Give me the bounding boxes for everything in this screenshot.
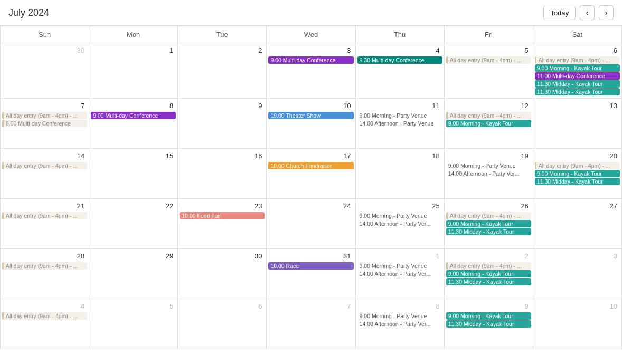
event-item[interactable]: All day entry (9am - 4pm) - ... (535, 56, 620, 64)
event-item[interactable]: 11.30 Midday - Kayak Tour (535, 80, 620, 88)
event-item[interactable]: All day entry (9am - 4pm) - ... (446, 212, 531, 219)
event-item[interactable]: 9.00 Morning - Kayak Tour (446, 220, 531, 227)
event-item[interactable]: 9.00 Morning - Kayak Tour (535, 170, 620, 177)
day-cell[interactable]: 6 (178, 299, 267, 349)
event-item[interactable]: 14.00 Afternoon - Party Venue (357, 120, 442, 127)
event-item[interactable]: All day entry (9am - 4pm) - ... (2, 162, 87, 169)
event-item[interactable]: All day entry (9am - 4pm) - ... (446, 262, 531, 270)
day-cell[interactable]: 28All day entry (9am - 4pm) - ... (1, 249, 89, 299)
day-cell[interactable]: 49.30 Multi-day Conference (356, 43, 445, 99)
day-header-thu: Thu (356, 26, 445, 43)
day-cell[interactable]: 10 (533, 299, 622, 349)
next-button[interactable]: › (599, 5, 614, 20)
day-cell[interactable]: 2All day entry (9am - 4pm) - ...9.00 Mor… (445, 249, 533, 299)
day-cell[interactable]: 99.00 Morning - Kayak Tour11.30 Midday -… (445, 299, 533, 349)
day-cell[interactable]: 1019.00 Theater Show (267, 99, 355, 149)
event-item[interactable]: All day entry (9am - 4pm) - ... (446, 56, 531, 64)
day-cell[interactable]: 30 (178, 249, 267, 299)
event-item[interactable]: All day entry (9am - 4pm) - ... (2, 112, 87, 119)
day-number: 26 (446, 201, 532, 211)
event-item[interactable]: 9.00 Morning - Kayak Tour (446, 120, 531, 127)
day-cell[interactable]: 27 (533, 199, 622, 249)
day-number: 1 (357, 251, 443, 261)
event-item[interactable]: 9.00 Morning - Party Venue (357, 212, 442, 219)
day-cell[interactable]: 22 (89, 199, 178, 249)
day-cell[interactable]: 19.00 Morning - Party Venue14.00 Afterno… (356, 249, 445, 299)
day-cell[interactable]: 1 (89, 43, 178, 99)
day-cell[interactable]: 199.00 Morning - Party Venue14.00 Aftern… (445, 149, 533, 199)
day-cell[interactable]: 2 (178, 43, 267, 99)
event-item[interactable]: 9.00 Morning - Kayak Tour (446, 270, 531, 277)
day-cell[interactable]: 16 (178, 149, 267, 199)
event-item[interactable]: 9.00 Multi-day Conference (268, 56, 353, 64)
event-item[interactable]: 10.00 Race (268, 262, 353, 270)
event-item[interactable]: 11.00 Multi-day Conference (535, 72, 620, 80)
event-item[interactable]: 10.00 Food Fair (180, 212, 265, 219)
day-cell[interactable]: 13 (533, 99, 622, 149)
event-item[interactable]: All day entry (9am - 4pm) - ... (446, 112, 531, 119)
event-item[interactable]: All day entry (9am - 4pm) - ... (2, 212, 87, 219)
event-item[interactable]: 8.00 Multi-day Conference (2, 120, 87, 127)
day-number: 30 (179, 251, 265, 261)
day-number: 6 (534, 45, 620, 55)
day-cell[interactable]: 119.00 Morning - Party Venue14.00 Aftern… (356, 99, 445, 149)
event-item[interactable]: 11.30 Midday - Kayak Tour (446, 278, 531, 285)
day-cell[interactable]: 6All day entry (9am - 4pm) - ...9.00 Mor… (533, 43, 622, 99)
event-item[interactable]: 11.30 Midday - Kayak Tour (535, 88, 620, 95)
day-cell[interactable]: 7 (267, 299, 355, 349)
event-item[interactable]: 14.00 Afternoon - Party Ver... (357, 220, 442, 227)
event-item[interactable]: 9.00 Morning - Party Venue (357, 262, 442, 270)
event-item[interactable]: 11.30 Midday - Kayak Tour (535, 178, 620, 185)
day-header-sat: Sat (533, 26, 622, 43)
day-cell[interactable]: 20All day entry (9am - 4pm) - ...9.00 Mo… (533, 149, 622, 199)
day-cell[interactable]: 39.00 Multi-day Conference (267, 43, 355, 99)
day-cell[interactable]: 259.00 Morning - Party Venue14.00 Aftern… (356, 199, 445, 249)
day-cell[interactable]: 3110.00 Race (267, 249, 355, 299)
day-cell[interactable]: 18 (356, 149, 445, 199)
day-cell[interactable]: 9 (178, 99, 267, 149)
event-item[interactable]: 9.00 Morning - Kayak Tour (446, 312, 531, 320)
event-item[interactable]: 9.00 Morning - Party Venue (357, 312, 442, 320)
event-item[interactable]: 9.30 Multi-day Conference (357, 56, 442, 64)
day-cell[interactable]: 14All day entry (9am - 4pm) - ... (1, 149, 89, 199)
today-button[interactable]: Today (543, 6, 576, 20)
event-item[interactable]: 19.00 Theater Show (268, 112, 353, 119)
day-cell[interactable]: 24 (267, 199, 355, 249)
event-item[interactable]: 14.00 Afternoon - Party Ver... (446, 170, 531, 177)
event-item[interactable]: 10.00 Church Fundraiser (268, 162, 353, 169)
day-cell[interactable]: 89.00 Morning - Party Venue14.00 Afterno… (356, 299, 445, 349)
event-item[interactable]: 11.30 Midday - Kayak Tour (446, 228, 531, 235)
day-cell[interactable]: 15 (89, 149, 178, 199)
event-item[interactable]: 9.00 Multi-day Conference (91, 112, 176, 119)
event-item[interactable]: 14.00 Afternoon - Party Ver... (357, 320, 442, 328)
day-cell[interactable]: 26All day entry (9am - 4pm) - ...9.00 Mo… (445, 199, 533, 249)
day-cell[interactable]: 21All day entry (9am - 4pm) - ... (1, 199, 89, 249)
day-number: 18 (357, 151, 443, 161)
day-cell[interactable]: 7All day entry (9am - 4pm) - ...8.00 Mul… (1, 99, 89, 149)
day-cell[interactable]: 89.00 Multi-day Conference (89, 99, 178, 149)
day-number: 8 (90, 101, 176, 111)
event-item[interactable]: 9.00 Morning - Party Venue (446, 162, 531, 169)
day-cell[interactable]: 29 (89, 249, 178, 299)
day-number: 3 (268, 45, 354, 55)
day-number: 14 (2, 151, 88, 161)
day-cell[interactable]: 4All day entry (9am - 4pm) - ... (1, 299, 89, 349)
day-header-tue: Tue (178, 26, 267, 43)
day-number: 12 (446, 101, 532, 111)
event-item[interactable]: All day entry (9am - 4pm) - ... (2, 312, 87, 320)
day-cell[interactable]: 1710.00 Church Fundraiser (267, 149, 355, 199)
event-item[interactable]: 11.30 Midday - Kayak Tour (446, 320, 531, 328)
day-cell[interactable]: 5 (89, 299, 178, 349)
day-cell[interactable]: 2310.00 Food Fair (178, 199, 267, 249)
event-item[interactable]: All day entry (9am - 4pm) - ... (2, 262, 87, 270)
event-item[interactable]: 9.00 Morning - Party Venue (357, 112, 442, 119)
day-cell[interactable]: 12All day entry (9am - 4pm) - ...9.00 Mo… (445, 99, 533, 149)
event-item[interactable]: All day entry (9am - 4pm) - ... (535, 162, 620, 169)
day-cell[interactable]: 30 (1, 43, 89, 99)
prev-button[interactable]: ‹ (580, 5, 595, 20)
day-cell[interactable]: 5All day entry (9am - 4pm) - ... (445, 43, 533, 99)
event-item[interactable]: 14.00 Afternoon - Party Ver... (357, 270, 442, 277)
event-item[interactable]: 9.00 Morning - Kayak Tour (535, 64, 620, 72)
day-number: 23 (179, 201, 265, 211)
day-cell[interactable]: 3 (533, 249, 622, 299)
